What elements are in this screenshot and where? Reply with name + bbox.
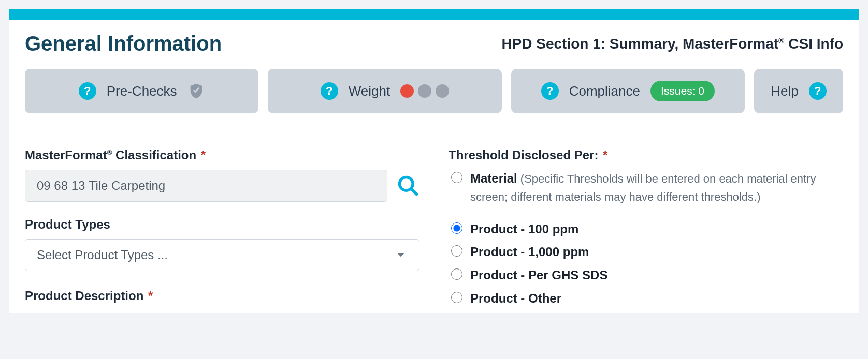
top-accent-bar bbox=[9, 9, 859, 20]
registered-mark: ® bbox=[107, 148, 112, 156]
form-left-column: MasterFormat® Classification * Product T… bbox=[25, 148, 419, 313]
form-right-column: Threshold Disclosed Per: * Material (Spe… bbox=[449, 148, 843, 313]
help-label: Help bbox=[771, 83, 798, 99]
product-types-placeholder: Select Product Types ... bbox=[37, 248, 168, 262]
product-types-label: Product Types bbox=[25, 217, 419, 232]
help-icon[interactable]: ? bbox=[541, 82, 559, 100]
form-grid: MasterFormat® Classification * Product T… bbox=[25, 148, 843, 313]
compliance-label: Compliance bbox=[569, 83, 640, 99]
shield-icon bbox=[187, 82, 205, 100]
threshold-radio-group: Material (Specific Thresholds will be en… bbox=[449, 170, 843, 308]
section-subtitle: HPD Section 1: Summary, MasterFormat® CS… bbox=[501, 36, 843, 52]
chevron-down-icon bbox=[394, 248, 408, 262]
divider bbox=[25, 127, 843, 127]
weight-label: Weight bbox=[349, 83, 390, 99]
threshold-option-material[interactable]: Material (Specific Thresholds will be en… bbox=[449, 170, 843, 206]
radio-input[interactable] bbox=[451, 268, 462, 280]
threshold-label: Threshold Disclosed Per: * bbox=[449, 148, 843, 162]
help-icon[interactable]: ? bbox=[321, 82, 338, 100]
threshold-option-product-other[interactable]: Product - Other bbox=[449, 290, 843, 308]
threshold-option-product-1000ppm[interactable]: Product - 1,000 ppm bbox=[449, 243, 843, 261]
content-area: General Information HPD Section 1: Summa… bbox=[9, 20, 859, 313]
threshold-option-product-100ppm[interactable]: Product - 100 ppm bbox=[449, 220, 843, 238]
product-types-select[interactable]: Select Product Types ... bbox=[25, 239, 419, 271]
weight-status-dots bbox=[400, 84, 449, 98]
svg-line-1 bbox=[411, 189, 417, 195]
radio-input[interactable] bbox=[451, 245, 462, 257]
status-dot-grey bbox=[418, 84, 431, 98]
status-dot-grey bbox=[436, 84, 449, 98]
radio-input[interactable] bbox=[451, 222, 462, 234]
header-row: General Information HPD Section 1: Summa… bbox=[25, 32, 843, 55]
radio-input[interactable] bbox=[451, 172, 462, 183]
help-icon[interactable]: ? bbox=[809, 82, 827, 100]
registered-mark: ® bbox=[778, 36, 784, 44]
required-asterisk: * bbox=[603, 148, 607, 162]
app-container: General Information HPD Section 1: Summa… bbox=[9, 9, 859, 313]
threshold-option-product-ghs-sds[interactable]: Product - Per GHS SDS bbox=[449, 266, 843, 285]
masterformat-label: MasterFormat® Classification * bbox=[25, 148, 419, 162]
compliance-issues-badge: Issues: 0 bbox=[650, 81, 715, 101]
masterformat-input-row bbox=[25, 170, 419, 202]
status-tiles-row: ? Pre-Checks ? Weight ? Compliance Issue… bbox=[25, 69, 843, 113]
compliance-tile[interactable]: ? Compliance Issues: 0 bbox=[511, 69, 745, 113]
help-tile[interactable]: Help ? bbox=[754, 69, 843, 113]
required-asterisk: * bbox=[148, 289, 153, 303]
radio-input[interactable] bbox=[451, 292, 462, 303]
page-title: General Information bbox=[25, 32, 222, 55]
weight-tile[interactable]: ? Weight bbox=[268, 69, 501, 113]
help-icon[interactable]: ? bbox=[79, 82, 96, 100]
required-asterisk: * bbox=[201, 148, 206, 162]
prechecks-label: Pre-Checks bbox=[107, 83, 177, 99]
prechecks-tile[interactable]: ? Pre-Checks bbox=[25, 69, 258, 113]
status-dot-red bbox=[400, 84, 414, 98]
search-icon[interactable] bbox=[397, 174, 419, 197]
product-description-label: Product Description * bbox=[25, 289, 419, 303]
masterformat-input[interactable] bbox=[25, 170, 387, 202]
